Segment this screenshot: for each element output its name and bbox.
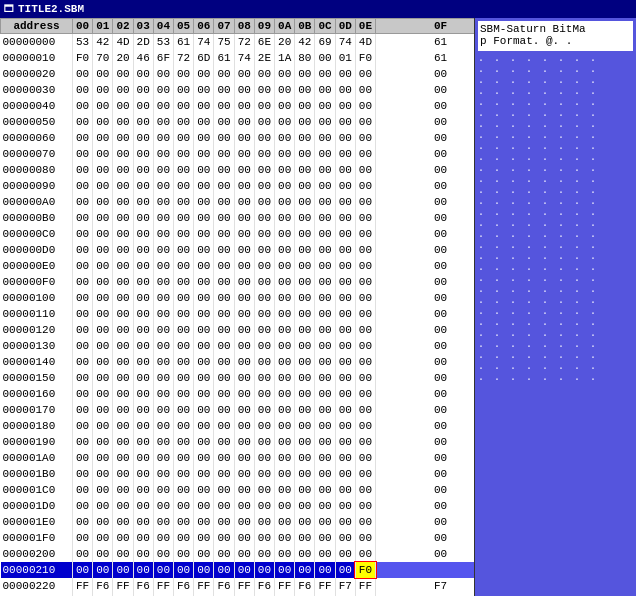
hex-cell[interactable]: 00 [214, 322, 234, 338]
hex-cell[interactable]: 00 [376, 514, 474, 530]
hex-cell[interactable]: F0 [355, 50, 375, 66]
hex-cell[interactable]: 00 [214, 146, 234, 162]
hex-cell[interactable]: 00 [234, 194, 254, 210]
hex-cell[interactable]: 00 [234, 482, 254, 498]
hex-cell[interactable]: 00 [153, 66, 173, 82]
hex-cell[interactable]: 00 [73, 162, 93, 178]
hex-cell[interactable]: 00 [315, 434, 335, 450]
hex-cell[interactable]: 00 [234, 226, 254, 242]
hex-cell[interactable]: 00 [234, 210, 254, 226]
hex-cell[interactable]: 00 [73, 258, 93, 274]
hex-cell[interactable]: 00 [275, 402, 295, 418]
table-row[interactable]: 000001F000000000000000000000000000000000 [1, 530, 475, 546]
hex-cell[interactable]: 00 [355, 338, 375, 354]
hex-cell[interactable]: 00 [254, 370, 274, 386]
hex-cell[interactable]: 00 [214, 274, 234, 290]
hex-cell[interactable]: 00 [315, 386, 335, 402]
hex-cell[interactable]: 00 [174, 370, 194, 386]
hex-cell[interactable]: 00 [254, 210, 274, 226]
hex-cell[interactable]: 00 [234, 82, 254, 98]
hex-cell[interactable]: 80 [295, 50, 315, 66]
hex-cell[interactable]: 00 [275, 354, 295, 370]
hex-cell[interactable]: 00 [335, 338, 355, 354]
hex-cell[interactable]: 00 [275, 370, 295, 386]
hex-cell[interactable]: 00 [133, 98, 153, 114]
hex-cell[interactable]: 00 [275, 66, 295, 82]
hex-cell[interactable]: F6 [133, 578, 153, 594]
hex-cell[interactable]: 00 [174, 338, 194, 354]
hex-cell[interactable]: 00 [355, 514, 375, 530]
hex-cell[interactable]: 00 [73, 498, 93, 514]
hex-cell[interactable]: 20 [113, 50, 133, 66]
hex-cell[interactable]: 00 [153, 466, 173, 482]
table-row[interactable]: 0000019000000000000000000000000000000000 [1, 434, 475, 450]
hex-cell[interactable]: 00 [254, 322, 274, 338]
hex-cell[interactable]: 00 [93, 66, 113, 82]
hex-cell[interactable]: 00 [194, 82, 214, 98]
hex-cell[interactable]: 00 [194, 370, 214, 386]
hex-cell[interactable]: 00 [194, 194, 214, 210]
hex-cell[interactable]: 00 [73, 354, 93, 370]
table-row[interactable]: 0000009000000000000000000000000000000000 [1, 178, 475, 194]
hex-cell[interactable]: 00 [376, 498, 474, 514]
hex-cell[interactable]: 20 [275, 34, 295, 51]
hex-cell[interactable]: 00 [133, 450, 153, 466]
hex-cell[interactable]: 00 [295, 98, 315, 114]
hex-cell[interactable]: 00 [153, 162, 173, 178]
hex-cell[interactable]: 00 [133, 290, 153, 306]
hex-cell[interactable]: 00 [133, 322, 153, 338]
hex-cell[interactable]: 4D [113, 34, 133, 51]
hex-cell[interactable]: 00 [335, 322, 355, 338]
hex-cell[interactable]: 00 [73, 482, 93, 498]
hex-cell[interactable]: 00 [254, 498, 274, 514]
hex-cell[interactable]: 00 [315, 418, 335, 434]
hex-cell[interactable]: 00 [335, 306, 355, 322]
hex-cell[interactable]: 00 [214, 418, 234, 434]
hex-cell[interactable]: 00 [153, 322, 173, 338]
hex-cell[interactable]: 00 [315, 530, 335, 546]
hex-cell[interactable]: 00 [93, 98, 113, 114]
hex-cell[interactable]: 00 [295, 530, 315, 546]
hex-cell[interactable]: 00 [335, 402, 355, 418]
hex-cell[interactable]: 00 [315, 466, 335, 482]
hex-cell[interactable]: 00 [254, 66, 274, 82]
hex-cell[interactable]: 42 [295, 34, 315, 51]
hex-cell[interactable]: 00 [254, 354, 274, 370]
hex-cell[interactable]: 00 [93, 130, 113, 146]
table-row[interactable]: 0000006000000000000000000000000000000000 [1, 130, 475, 146]
hex-cell[interactable]: 00 [93, 450, 113, 466]
hex-cell[interactable]: 00 [153, 98, 173, 114]
hex-cell[interactable]: 00 [355, 370, 375, 386]
hex-cell[interactable]: 00 [153, 498, 173, 514]
hex-cell[interactable]: 00 [113, 290, 133, 306]
hex-cell[interactable]: 00 [295, 370, 315, 386]
hex-cell[interactable]: 00 [174, 562, 194, 578]
hex-cell[interactable]: 00 [254, 290, 274, 306]
hex-cell[interactable]: 00 [254, 258, 274, 274]
hex-cell[interactable]: F6 [174, 578, 194, 594]
hex-cell[interactable]: 00 [194, 354, 214, 370]
hex-cell[interactable]: 00 [113, 98, 133, 114]
hex-cell[interactable]: 00 [234, 322, 254, 338]
hex-cell[interactable]: 00 [315, 274, 335, 290]
hex-cell[interactable]: 00 [133, 546, 153, 562]
hex-cell[interactable]: 00 [335, 418, 355, 434]
hex-cell[interactable]: 00 [315, 146, 335, 162]
hex-cell[interactable]: 61 [376, 50, 474, 66]
hex-cell[interactable]: 00 [295, 402, 315, 418]
hex-cell[interactable]: 00 [335, 530, 355, 546]
hex-cell[interactable]: 00 [214, 130, 234, 146]
hex-cell[interactable]: 00 [275, 290, 295, 306]
hex-cell[interactable]: 00 [234, 402, 254, 418]
hex-cell[interactable]: 00 [153, 450, 173, 466]
hex-cell[interactable]: 00 [355, 162, 375, 178]
hex-cell[interactable]: F6 [214, 578, 234, 594]
hex-cell[interactable]: 00 [376, 258, 474, 274]
hex-cell[interactable]: 00 [335, 498, 355, 514]
hex-cell[interactable]: 69 [315, 34, 335, 51]
hex-cell[interactable]: 00 [275, 114, 295, 130]
hex-cell[interactable]: 00 [113, 482, 133, 498]
hex-cell[interactable]: 00 [254, 242, 274, 258]
hex-cell[interactable]: 00 [214, 562, 234, 578]
hex-cell[interactable]: 6F [153, 50, 173, 66]
